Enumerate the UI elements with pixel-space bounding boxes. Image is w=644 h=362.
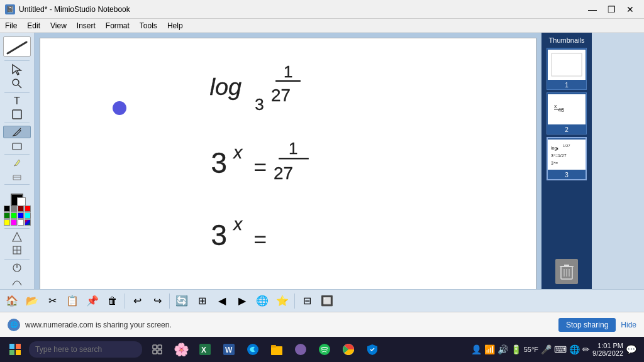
svg-text:x: x [554, 103, 557, 109]
color-cyan[interactable] [25, 212, 31, 219]
color-yellow[interactable] [4, 219, 10, 226]
taskbar-flower[interactable]: 🌸 [170, 338, 192, 361]
object-tool[interactable] [3, 108, 31, 120]
menu-edit[interactable]: Edit [22, 19, 45, 32]
color-magenta[interactable] [11, 219, 17, 226]
tb-star[interactable]: ⭐ [273, 292, 292, 310]
shape-tool[interactable] [3, 140, 31, 151]
divider-3 [4, 123, 30, 123]
extra-tool-3[interactable] [3, 261, 31, 273]
tb-panels[interactable]: ⊟ [297, 292, 316, 310]
svg-text:1/27: 1/27 [563, 144, 570, 148]
svg-marker-1 [13, 65, 21, 75]
tb-open[interactable]: 📂 [23, 292, 42, 310]
select-tool[interactable] [3, 63, 31, 76]
zoom-tool[interactable] [3, 77, 31, 90]
taskbar-security[interactable] [361, 338, 384, 361]
color-green[interactable] [4, 212, 10, 219]
tray-notification[interactable]: 💬 [626, 344, 636, 354]
taskbar-search[interactable] [29, 341, 142, 358]
tb-forward[interactable]: ▶ [233, 292, 252, 310]
eraser-tool[interactable] [3, 170, 31, 182]
divider-4 [4, 154, 30, 155]
tb-panel2[interactable]: 🔲 [318, 292, 336, 310]
menu-format[interactable]: Format [101, 19, 135, 32]
extra-tool-4[interactable] [3, 275, 31, 287]
svg-rect-46 [16, 350, 21, 355]
highlighter-tool[interactable] [3, 156, 31, 168]
menu-insert[interactable]: Insert [72, 19, 101, 32]
color-white[interactable] [18, 219, 24, 226]
maximize-button[interactable]: ❐ [602, 3, 620, 16]
tb-cut[interactable]: ✂ [43, 292, 62, 310]
taskbar-word[interactable]: W [218, 338, 240, 361]
thumbnail-3[interactable]: log₃ 1/27 3ˣ=1/27 3ˣ= 3 [547, 137, 587, 180]
tray-pen[interactable]: ✏ [582, 344, 590, 354]
divider-7 [4, 259, 30, 260]
tray-people[interactable]: 👤 [471, 344, 482, 354]
menu-file[interactable]: File [0, 19, 22, 32]
pen-tool[interactable] [3, 126, 31, 138]
thumbnail-2[interactable]: x 48 2 [547, 92, 587, 134]
app-icon: 📓 [5, 4, 15, 14]
tb-delete[interactable]: 🗑 [103, 292, 122, 310]
share-bar: 🌐 www.numerade.com is sharing your scree… [0, 312, 644, 337]
color-red[interactable] [25, 206, 31, 212]
color-multi[interactable] [25, 219, 31, 226]
svg-text:3: 3 [211, 147, 227, 179]
content-row: T [0, 33, 644, 289]
main-window: 📓 Untitled* - MimioStudio Notebook — ❐ ✕… [0, 0, 644, 337]
close-button[interactable]: ✕ [621, 3, 639, 16]
start-button[interactable] [3, 338, 28, 361]
taskbar-mimio[interactable] [289, 338, 312, 361]
taskbar-spotify[interactable] [313, 338, 336, 361]
tray-mic[interactable]: 🎤 [541, 344, 552, 354]
tray-battery[interactable]: 🔋 [511, 344, 521, 354]
color-darkred[interactable] [18, 206, 24, 212]
toolbar-bottom: 🏠 📂 ✂ 📋 📌 🗑 ↩ ↪ 🔄 ⊞ ◀ ▶ 🌐 ⭐ ⊟ 🔲 [0, 289, 644, 312]
tb-paste[interactable]: 📌 [83, 292, 102, 310]
svg-rect-6 [13, 143, 21, 150]
taskbar-task-view[interactable] [146, 338, 169, 361]
tb-refresh[interactable]: 🔄 [172, 292, 191, 310]
stop-sharing-button[interactable]: Stop sharing [558, 318, 616, 332]
svg-rect-4 [13, 110, 21, 119]
taskbar-clock[interactable]: 1:01 PM 9/28/2022 [592, 342, 623, 357]
taskbar-explorer[interactable] [265, 338, 288, 361]
tb-grid[interactable]: ⊞ [192, 292, 211, 310]
color-blue[interactable] [18, 212, 24, 219]
taskbar-excel[interactable]: X [194, 338, 216, 361]
text-tool[interactable]: T [3, 95, 31, 107]
svg-text:3: 3 [211, 219, 227, 251]
tb-home[interactable]: 🏠 [3, 292, 21, 310]
background-color[interactable] [17, 197, 26, 206]
thumbnail-1[interactable]: 1 [547, 48, 587, 90]
menu-help[interactable]: Help [162, 19, 188, 32]
tray-sound[interactable]: 🔊 [497, 344, 508, 354]
tb-redo[interactable]: ↪ [148, 292, 167, 310]
svg-marker-9 [13, 233, 21, 241]
extra-tool-1[interactable] [3, 231, 31, 243]
menu-view[interactable]: View [45, 19, 72, 32]
minimize-button[interactable]: — [584, 3, 601, 16]
taskbar-edge[interactable] [242, 338, 264, 361]
svg-line-3 [18, 85, 21, 88]
tray-wifi[interactable]: 📶 [484, 344, 495, 354]
tb-globe[interactable]: 🌐 [253, 292, 272, 310]
extra-tool-2[interactable] [3, 244, 31, 256]
notebook-page[interactable]: log 3 1 27 3 [40, 38, 536, 289]
svg-line-0 [8, 42, 26, 53]
color-black[interactable] [4, 206, 10, 212]
tb-copy[interactable]: 📋 [63, 292, 82, 310]
color-lime[interactable] [11, 212, 17, 219]
hide-button[interactable]: Hide [621, 321, 636, 329]
menu-tools[interactable]: Tools [135, 19, 162, 32]
tb-undo[interactable]: ↩ [128, 292, 147, 310]
tray-keyboard[interactable]: ⌨ [554, 344, 567, 354]
pen-preview [3, 36, 31, 57]
tray-network[interactable]: 🌐 [569, 344, 580, 354]
taskbar-chrome[interactable] [337, 338, 360, 361]
trash-icon[interactable] [555, 259, 578, 284]
color-gray[interactable] [11, 206, 17, 212]
tb-back[interactable]: ◀ [213, 292, 231, 310]
